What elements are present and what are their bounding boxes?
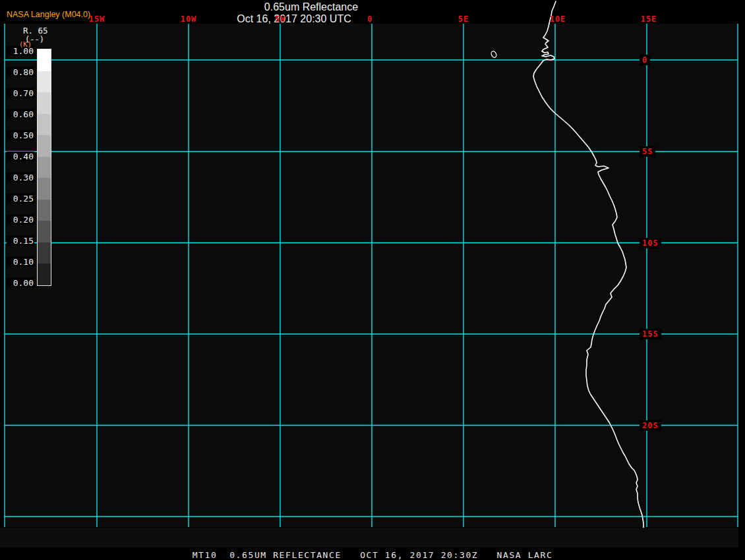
lon-label-10W: 10W: [181, 14, 197, 24]
lon-label-5W: 5W: [275, 14, 285, 24]
map-plot: [0, 0, 745, 560]
credit-label: NASA Langley (M04.0): [7, 10, 90, 19]
colorbar-title: R. 65: [23, 26, 48, 36]
lon-label-15W: 15W: [89, 14, 105, 24]
page-title: 0.65um Reflectance: [264, 1, 358, 13]
colorbar-band: [38, 264, 51, 285]
colorbar-tick-0.20: 0.20: [7, 215, 34, 225]
map-margin-strip: [0, 528, 738, 547]
satellite-reflectance-viewport: NASA Langley (M04.0) 0.65um Reflectance …: [0, 0, 745, 560]
timestamp-subtitle: Oct 16, 2017 20:30 UTC: [237, 13, 351, 25]
lat-label-0: 0: [640, 55, 650, 65]
colorbar-band: [38, 221, 51, 242]
map-area: [5, 24, 738, 527]
colorbar-band: [38, 71, 51, 93]
lat-label-5S: 5S: [640, 146, 655, 157]
lon-label-15E: 15E: [641, 14, 657, 24]
colorbar-tick-0.60: 0.60: [7, 109, 34, 119]
colorbar-band: [38, 178, 51, 200]
colorbar-tick-0.10: 0.10: [7, 257, 34, 267]
lon-label-0: 0: [367, 14, 372, 24]
footer-caption: MT10 0.65UM REFLECTANCE OCT 16, 2017 20:…: [0, 550, 745, 560]
colorbar-band: [38, 92, 51, 114]
colorbar-band: [38, 135, 51, 157]
colorbar-units-label: (--): [25, 35, 44, 44]
colorbar-band: [38, 114, 51, 136]
colorbar-tick-0.00: 0.00: [7, 278, 34, 288]
colorbar-band: [38, 49, 51, 71]
colorbar-tick-0.50: 0.50: [7, 130, 34, 140]
colorbar-band: [38, 200, 51, 221]
lat-label-10S: 10S: [640, 238, 661, 248]
colorbar-tick-0.25: 0.25: [7, 194, 34, 204]
colorbar-band: [38, 157, 51, 179]
colorbar-band: [38, 242, 51, 264]
lon-label-10E: 10E: [550, 14, 566, 24]
colorbar-gradient: [37, 49, 51, 286]
colorbar-tick-0.70: 0.70: [7, 88, 34, 98]
colorbar-tick-0.15: 0.15: [7, 236, 34, 246]
lat-label-15S: 15S: [640, 329, 661, 339]
lat-label-20S: 20S: [640, 420, 661, 431]
colorbar-tick-0.40: 0.40: [7, 152, 34, 161]
colorbar-tick-0.80: 0.80: [7, 67, 34, 77]
lon-label-5E: 5E: [458, 14, 469, 24]
colorbar-tick-0.30: 0.30: [7, 173, 34, 182]
